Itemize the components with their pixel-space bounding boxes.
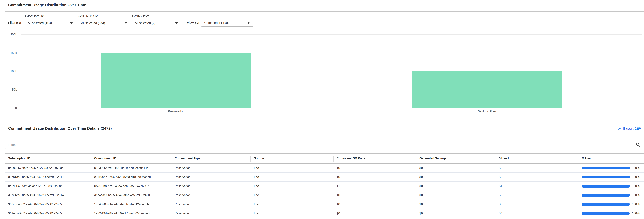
table-filter-input[interactable] [5, 141, 642, 149]
cell-source: Eco [250, 163, 334, 172]
used-progress-bar [582, 166, 630, 169]
cell-source: Eco [250, 191, 334, 200]
cell-used: $1 [496, 182, 578, 191]
progress-fill [582, 185, 630, 187]
table-header-row: Subscription IDCommitment IDCommitment T… [5, 154, 644, 163]
progress-fill [582, 212, 630, 215]
cell-commitment-id: 1ad40700-6f4e-4a3d-abba-1ab1249a86bd [91, 200, 171, 209]
table-row: d0ec1ca8-8a35-4935-9622-cbefc9922014dbc4… [5, 191, 644, 200]
used-progress-bar [582, 212, 630, 215]
cell-commitment-id: 1ef0013d-e8b8-4dc9-9178-e4fa27daa7e5 [91, 209, 171, 218]
cell-used: 100% [578, 182, 644, 191]
export-csv-button[interactable]: Export CSV [618, 127, 641, 131]
used-percent-label: 100% [632, 202, 640, 206]
column-header-commitment-type[interactable]: Commitment Type [171, 154, 250, 163]
y-axis-tick-label: 100k [0, 70, 17, 73]
column-header-subscription-id[interactable]: Subscription ID [5, 154, 91, 163]
cell-commitment-id: 0153025f-fcd8-45f6-9429-e705ece9414c [91, 163, 171, 172]
cell-subscription-id: 969eda49-717f-4a50-bf3a-56558172ac5f [5, 209, 91, 218]
x-axis-category-label: Reservation [124, 110, 228, 113]
cell-used: $0 [496, 172, 578, 182]
cell-commitment-type: Reservation [171, 191, 250, 200]
column-header-equivalent-od-price[interactable]: Equivalent OD Price [334, 154, 416, 163]
cell-commitment-type: Reservation [171, 200, 250, 209]
bar-reservation[interactable] [101, 53, 251, 108]
cell-subscription-id: d0ec1ca8-8a35-4935-9622-cbefc9922014 [5, 191, 91, 200]
cell-generated-savings: $0 [416, 182, 496, 191]
column-header-generated-savings[interactable]: Generated Savings [416, 154, 496, 163]
cell-equivalent-od-price: $0 [334, 191, 416, 200]
cell-equivalent-od-price: $0 [334, 209, 416, 218]
used-progress-bar [582, 194, 630, 197]
cell-subscription-id: 8c1d5645-5fef-4a4c-b120-7708891fa38f [5, 182, 91, 191]
y-axis-tick-label: 0 [0, 106, 17, 110]
column-header-used[interactable]: % Used [578, 154, 644, 163]
cell-subscription-id: 0e5a2667-fb0c-4456-b127-503f2529750c [5, 163, 91, 172]
cell-used: $0 [496, 200, 578, 209]
progress-fill [582, 176, 630, 178]
cell-commitment-type: Reservation [171, 182, 250, 191]
cell-source: Eco [250, 182, 334, 191]
cell-subscription-id: 969eda49-717f-4a50-bf3a-56558172ac5f [5, 200, 91, 209]
cell-commitment-id: e1110ad7-4d96-4d22-824a-d181a80ecd7d [91, 172, 171, 182]
column-header-used[interactable]: $ Used [496, 154, 578, 163]
bar-savings-plan[interactable] [412, 71, 562, 108]
cell-commitment-type: Reservation [171, 163, 250, 172]
table-row: d0ec1ca8-8a35-4935-9622-cbefc9922014e111… [5, 172, 644, 182]
details-section-title: Commitment Usage Distribution Over Time … [8, 126, 112, 131]
cell-generated-savings: $0 [416, 163, 496, 172]
cell-commitment-type: Reservation [171, 172, 250, 182]
details-table: Subscription IDCommitment IDCommitment T… [5, 153, 644, 219]
cell-equivalent-od-price: $0 [334, 172, 416, 182]
cell-source: Eco [250, 200, 334, 209]
cell-used: 100% [578, 209, 644, 218]
cell-commitment-id: 0f7875b8-d7c6-46d4-baa8-d58247769f1f [91, 182, 171, 191]
commitment-usage-bar-chart: 200k150k100k50k0ReservationSavings Plan [0, 0, 644, 117]
used-percent-label: 100% [632, 184, 640, 188]
cell-used: $0 [496, 191, 578, 200]
progress-fill [582, 194, 630, 197]
table-row-partial [5, 218, 644, 219]
progress-fill [582, 166, 630, 169]
column-header-source[interactable]: Source [250, 154, 334, 163]
cell-used: 100% [578, 163, 644, 172]
used-percent-label: 100% [632, 166, 640, 170]
search-icon[interactable] [636, 142, 640, 148]
used-percent-label: 100% [632, 175, 640, 179]
download-icon [618, 127, 622, 131]
cell-used: 100% [578, 191, 644, 200]
cell-used: 100% [578, 172, 644, 182]
used-percent-label: 100% [632, 193, 640, 197]
x-axis-category-label: Savings Plan [435, 110, 539, 113]
gridline [21, 53, 642, 53]
y-axis-tick-label: 150k [0, 51, 17, 55]
used-progress-bar [582, 203, 630, 206]
section-divider [5, 136, 644, 136]
y-axis-tick-label: 50k [0, 88, 17, 91]
cell-subscription-id: d0ec1ca8-8a35-4935-9622-cbefc9922014 [5, 172, 91, 182]
cell-equivalent-od-price: $0 [334, 200, 416, 209]
table-row: 0e5a2667-fb0c-4456-b127-503f2529750c0153… [5, 163, 644, 172]
cell-commitment-type: Reservation [171, 209, 250, 218]
export-csv-label: Export CSV [623, 127, 641, 131]
cell-source: Eco [250, 172, 334, 182]
cell-source: Eco [250, 209, 334, 218]
table-row: 969eda49-717f-4a50-bf3a-56558172ac5f1ef0… [5, 209, 644, 218]
cell-commitment-id: dbc4aac7-bd35-4342-af6c-4c56b9582400 [91, 191, 171, 200]
progress-fill [582, 203, 630, 206]
cell-used: 100% [578, 200, 644, 209]
used-progress-bar [582, 176, 630, 178]
column-header-commitment-id[interactable]: Commitment ID [91, 154, 171, 163]
used-percent-label: 100% [632, 211, 640, 215]
table-row: 969eda49-717f-4a50-bf3a-56558172ac5f1ad4… [5, 200, 644, 209]
cell-used: $0 [496, 209, 578, 218]
y-axis-tick-label: 200k [0, 33, 17, 36]
cell-generated-savings: $0 [416, 172, 496, 182]
table-row: 8c1d5645-5fef-4a4c-b120-7708891fa38f0f78… [5, 182, 644, 191]
cell-generated-savings: $0 [416, 191, 496, 200]
cell-generated-savings: $0 [416, 200, 496, 209]
gridline [21, 35, 642, 35]
cell-used: $0 [496, 163, 578, 172]
cell-generated-savings: $0 [416, 209, 496, 218]
cell-equivalent-od-price: $0 [334, 163, 416, 172]
